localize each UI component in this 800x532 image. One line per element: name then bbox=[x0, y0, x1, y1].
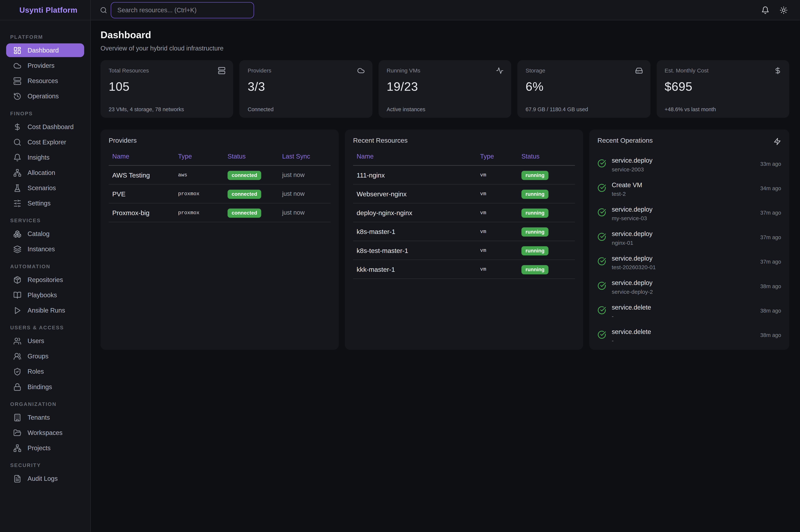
sidebar-item-label: Dashboard bbox=[27, 46, 59, 54]
stat-label: Running VMs bbox=[387, 67, 503, 73]
stat-value: 6% bbox=[526, 79, 642, 94]
provider-row[interactable]: PVE proxmox connected just now bbox=[109, 185, 331, 204]
check-circle-icon bbox=[597, 232, 606, 241]
sidebar-item-playbooks[interactable]: Playbooks bbox=[6, 288, 84, 302]
sidebar-item-catalog[interactable]: Catalog bbox=[6, 227, 84, 241]
users-icon bbox=[13, 337, 21, 345]
stat-label: Est. Monthly Cost bbox=[665, 67, 781, 73]
sidebar-section-security: SECURITY bbox=[0, 462, 90, 469]
stat-label: Providers bbox=[248, 67, 364, 73]
sidebar-item-bindings[interactable]: Bindings bbox=[6, 380, 84, 394]
stat-card-monthly-cost: Est. Monthly Cost $695 +48.6% vs last mo… bbox=[656, 60, 789, 118]
operation-item[interactable]: service.delete- 38m ago bbox=[597, 299, 781, 324]
sidebar-item-label: Cost Explorer bbox=[27, 138, 66, 146]
sidebar-item-label: Resources bbox=[27, 77, 58, 84]
operation-item[interactable]: service.deploynginx-01 37m ago bbox=[597, 226, 781, 250]
provider-row[interactable]: AWS Testing aws connected just now bbox=[109, 166, 331, 185]
server-icon bbox=[218, 67, 226, 75]
sidebar-item-tenants[interactable]: Tenants bbox=[6, 410, 84, 424]
sidebar-item-label: Instances bbox=[27, 246, 55, 252]
sidebar-item-cost-explorer[interactable]: Cost Explorer bbox=[6, 135, 84, 149]
bell-icon bbox=[13, 153, 21, 162]
sidebar-item-roles[interactable]: Roles bbox=[6, 364, 84, 378]
play-icon bbox=[13, 306, 21, 315]
sidebar-section-organization: ORGANIZATION bbox=[0, 401, 90, 407]
resource-row[interactable]: k8s-master-1 vm running bbox=[353, 222, 575, 241]
sidebar-item-label: Providers bbox=[27, 62, 55, 69]
stat-label: Storage bbox=[526, 67, 642, 73]
operation-time: 34m ago bbox=[760, 185, 781, 191]
stat-sub: 67.9 GB / 1180.4 GB used bbox=[526, 106, 642, 112]
main-content: Dashboard Overview of your hybrid cloud … bbox=[91, 20, 800, 532]
search-input[interactable] bbox=[111, 2, 254, 18]
sidebar-item-scenarios[interactable]: Scenarios bbox=[6, 181, 84, 195]
operation-item[interactable]: service.deploytest-20260320-01 37m ago bbox=[597, 250, 781, 275]
provider-row[interactable]: Proxmox-big proxmox connected just now bbox=[109, 204, 331, 222]
notifications-button[interactable] bbox=[758, 3, 773, 17]
sidebar-item-label: Insights bbox=[27, 154, 50, 161]
status-badge: running bbox=[521, 265, 548, 274]
operation-item[interactable]: service.deployservice-2003 33m ago bbox=[597, 152, 781, 177]
flask-icon bbox=[13, 184, 21, 192]
sidebar-item-projects[interactable]: Projects bbox=[6, 441, 84, 455]
sidebar-item-label: Operations bbox=[27, 93, 59, 100]
check-circle-icon bbox=[597, 257, 606, 266]
operation-item[interactable]: service.delete- 38m ago bbox=[597, 324, 781, 348]
status-badge: connected bbox=[228, 171, 261, 180]
sidebar-item-users[interactable]: Users bbox=[6, 334, 84, 348]
sidebar-item-label: Roles bbox=[27, 368, 44, 375]
resource-row[interactable]: 111-nginx vm running bbox=[353, 166, 575, 185]
column-header-name: Name bbox=[353, 153, 480, 160]
sidebar-item-allocation[interactable]: Allocation bbox=[6, 166, 84, 179]
check-circle-icon bbox=[597, 330, 606, 339]
resource-row[interactable]: kkk-master-1 vm running bbox=[353, 260, 575, 279]
building-icon bbox=[13, 413, 21, 421]
stat-value: 19/23 bbox=[387, 79, 503, 94]
sidebar-item-settings[interactable]: Settings bbox=[6, 196, 84, 210]
status-badge: connected bbox=[228, 209, 261, 218]
operation-time: 37m ago bbox=[760, 234, 781, 240]
operation-item[interactable]: service.deploymy-service-03 37m ago bbox=[597, 201, 781, 226]
resource-row[interactable]: Webserver-nginx vm running bbox=[353, 185, 575, 204]
package-icon bbox=[13, 276, 21, 284]
operation-time: 33m ago bbox=[760, 160, 781, 167]
sidebar-item-operations[interactable]: Operations bbox=[6, 89, 84, 103]
sidebar-item-cost-dashboard[interactable]: Cost Dashboard bbox=[6, 120, 84, 134]
stat-sub: Connected bbox=[248, 106, 364, 112]
sidebar-item-dashboard[interactable]: Dashboard bbox=[6, 43, 84, 57]
sidebar-item-repositories[interactable]: Repositories bbox=[6, 273, 84, 286]
operation-time: 38m ago bbox=[760, 283, 781, 289]
panel-title: Providers bbox=[109, 137, 331, 144]
operation-item[interactable]: service.deployservice-deploy-2 38m ago bbox=[597, 275, 781, 299]
operation-item[interactable]: Create VMtest-2 34m ago bbox=[597, 177, 781, 201]
providers-panel: Providers Name Type Status Last Sync AWS… bbox=[100, 130, 339, 350]
sidebar-item-ansible-runs[interactable]: Ansible Runs bbox=[6, 303, 84, 317]
resource-row[interactable]: k8s-test-master-1 vm running bbox=[353, 241, 575, 260]
sidebar-item-insights[interactable]: Insights bbox=[6, 150, 84, 164]
sidebar-item-instances[interactable]: Instances bbox=[6, 242, 84, 256]
sidebar-item-providers[interactable]: Providers bbox=[6, 59, 84, 73]
column-header-type: Type bbox=[178, 153, 228, 160]
sidebar-item-groups[interactable]: Groups bbox=[6, 349, 84, 363]
sidebar-item-audit-logs[interactable]: Audit Logs bbox=[6, 472, 84, 486]
sidebar-item-workspaces[interactable]: Workspaces bbox=[6, 426, 84, 440]
status-badge: running bbox=[521, 209, 548, 218]
server-icon bbox=[13, 77, 21, 85]
sidebar-section-finops: FINOPS bbox=[0, 110, 90, 117]
panel-title: Recent Operations bbox=[597, 137, 653, 144]
operation-time: 37m ago bbox=[760, 210, 781, 216]
check-circle-icon bbox=[597, 282, 606, 290]
sliders-icon bbox=[13, 199, 21, 207]
history-icon bbox=[13, 92, 21, 100]
sidebar-item-label: Allocation bbox=[27, 169, 55, 176]
stat-sub: Active instances bbox=[387, 106, 503, 112]
column-header-type: Type bbox=[480, 153, 522, 160]
sidebar-item-label: Groups bbox=[27, 353, 49, 360]
recent-operations-panel: Recent Operations service.deployservice-… bbox=[589, 130, 789, 350]
theme-toggle-button[interactable] bbox=[777, 3, 791, 17]
sidebar-item-resources[interactable]: Resources bbox=[6, 74, 84, 88]
status-badge: running bbox=[521, 246, 548, 255]
page-subtitle: Overview of your hybrid cloud infrastruc… bbox=[100, 45, 789, 52]
sidebar-item-label: Cost Dashboard bbox=[27, 123, 74, 130]
resource-row[interactable]: deploy-nginx-nginx vm running bbox=[353, 204, 575, 222]
